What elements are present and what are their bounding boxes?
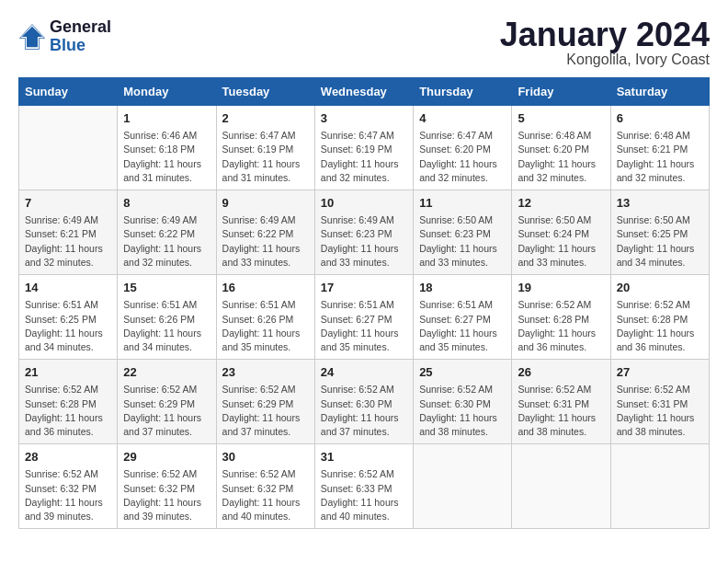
day-info: Sunrise: 6:52 AMSunset: 6:28 PMDaylight:… <box>25 383 111 439</box>
day-cell: 24Sunrise: 6:52 AMSunset: 6:30 PMDayligh… <box>314 360 413 444</box>
day-cell: 14Sunrise: 6:51 AMSunset: 6:25 PMDayligh… <box>19 275 118 360</box>
day-number: 6 <box>617 110 703 127</box>
day-cell: 13Sunrise: 6:50 AMSunset: 6:25 PMDayligh… <box>610 190 709 275</box>
day-number: 25 <box>419 364 506 381</box>
day-cell: 8Sunrise: 6:49 AMSunset: 6:22 PMDaylight… <box>118 190 216 275</box>
day-info: Sunrise: 6:50 AMSunset: 6:24 PMDaylight:… <box>518 213 604 270</box>
day-cell <box>512 444 610 529</box>
day-cell: 30Sunrise: 6:52 AMSunset: 6:32 PMDayligh… <box>216 444 314 529</box>
logo-icon <box>18 23 46 51</box>
day-number: 7 <box>25 195 111 212</box>
day-cell: 28Sunrise: 6:52 AMSunset: 6:32 PMDayligh… <box>19 444 118 529</box>
day-info: Sunrise: 6:47 AMSunset: 6:19 PMDaylight:… <box>321 129 407 185</box>
day-info: Sunrise: 6:48 AMSunset: 6:20 PMDaylight:… <box>518 129 604 185</box>
day-number: 21 <box>25 364 111 381</box>
day-number: 4 <box>419 110 506 127</box>
day-cell: 1Sunrise: 6:46 AMSunset: 6:18 PMDaylight… <box>118 106 216 190</box>
day-number: 11 <box>419 195 506 212</box>
day-number: 2 <box>222 110 309 127</box>
day-number: 24 <box>321 364 407 381</box>
day-number: 28 <box>25 449 111 465</box>
day-info: Sunrise: 6:50 AMSunset: 6:25 PMDaylight:… <box>617 213 703 270</box>
logo-text: General Blue <box>50 18 111 55</box>
day-number: 10 <box>321 195 407 212</box>
day-number: 1 <box>123 110 210 127</box>
day-cell <box>610 444 709 529</box>
day-cell: 2Sunrise: 6:47 AMSunset: 6:19 PMDaylight… <box>216 106 314 190</box>
header-cell-thursday: Thursday <box>414 78 512 106</box>
day-cell: 19Sunrise: 6:52 AMSunset: 6:28 PMDayligh… <box>512 275 610 360</box>
day-number: 18 <box>419 280 506 296</box>
day-number: 20 <box>617 280 703 296</box>
day-info: Sunrise: 6:49 AMSunset: 6:23 PMDaylight:… <box>321 213 407 270</box>
day-cell: 10Sunrise: 6:49 AMSunset: 6:23 PMDayligh… <box>314 190 413 275</box>
day-number: 8 <box>123 195 210 212</box>
day-info: Sunrise: 6:50 AMSunset: 6:23 PMDaylight:… <box>419 213 506 270</box>
header-cell-monday: Monday <box>118 78 216 106</box>
day-info: Sunrise: 6:49 AMSunset: 6:21 PMDaylight:… <box>25 213 111 270</box>
day-info: Sunrise: 6:52 AMSunset: 6:31 PMDaylight:… <box>518 383 604 439</box>
day-cell: 6Sunrise: 6:48 AMSunset: 6:21 PMDaylight… <box>610 106 709 190</box>
day-cell: 11Sunrise: 6:50 AMSunset: 6:23 PMDayligh… <box>414 190 512 275</box>
day-info: Sunrise: 6:51 AMSunset: 6:26 PMDaylight:… <box>222 298 309 354</box>
logo-line2: Blue <box>50 37 111 55</box>
day-info: Sunrise: 6:48 AMSunset: 6:21 PMDaylight:… <box>617 129 703 185</box>
day-cell <box>19 106 118 190</box>
day-info: Sunrise: 6:52 AMSunset: 6:32 PMDaylight:… <box>222 467 309 523</box>
day-number: 22 <box>123 364 210 381</box>
calendar-body: 1Sunrise: 6:46 AMSunset: 6:18 PMDaylight… <box>19 106 710 529</box>
day-info: Sunrise: 6:52 AMSunset: 6:32 PMDaylight:… <box>25 467 111 523</box>
day-number: 15 <box>123 280 210 296</box>
day-info: Sunrise: 6:52 AMSunset: 6:29 PMDaylight:… <box>123 383 210 439</box>
day-cell: 16Sunrise: 6:51 AMSunset: 6:26 PMDayligh… <box>216 275 314 360</box>
day-cell: 12Sunrise: 6:50 AMSunset: 6:24 PMDayligh… <box>512 190 610 275</box>
day-number: 23 <box>222 364 309 381</box>
day-info: Sunrise: 6:49 AMSunset: 6:22 PMDaylight:… <box>123 213 210 270</box>
day-cell: 23Sunrise: 6:52 AMSunset: 6:29 PMDayligh… <box>216 360 314 444</box>
day-cell: 31Sunrise: 6:52 AMSunset: 6:33 PMDayligh… <box>314 444 413 529</box>
day-info: Sunrise: 6:47 AMSunset: 6:20 PMDaylight:… <box>419 129 506 185</box>
day-cell: 22Sunrise: 6:52 AMSunset: 6:29 PMDayligh… <box>118 360 216 444</box>
logo-line1: General <box>50 18 111 37</box>
day-cell: 3Sunrise: 6:47 AMSunset: 6:19 PMDaylight… <box>314 106 413 190</box>
day-number: 19 <box>518 280 604 296</box>
day-info: Sunrise: 6:52 AMSunset: 6:28 PMDaylight:… <box>518 298 604 354</box>
day-number: 3 <box>321 110 407 127</box>
day-cell: 15Sunrise: 6:51 AMSunset: 6:26 PMDayligh… <box>118 275 216 360</box>
page-header: General Blue January 2024 Kongolila, Ivo… <box>18 18 710 68</box>
day-number: 29 <box>123 449 210 465</box>
day-info: Sunrise: 6:52 AMSunset: 6:33 PMDaylight:… <box>321 467 407 523</box>
week-row-5: 28Sunrise: 6:52 AMSunset: 6:32 PMDayligh… <box>19 444 710 529</box>
day-number: 31 <box>321 449 407 465</box>
week-row-3: 14Sunrise: 6:51 AMSunset: 6:25 PMDayligh… <box>19 275 710 360</box>
day-info: Sunrise: 6:46 AMSunset: 6:18 PMDaylight:… <box>123 129 210 185</box>
day-cell: 26Sunrise: 6:52 AMSunset: 6:31 PMDayligh… <box>512 360 610 444</box>
calendar-header: SundayMondayTuesdayWednesdayThursdayFrid… <box>19 78 710 106</box>
day-cell: 29Sunrise: 6:52 AMSunset: 6:32 PMDayligh… <box>118 444 216 529</box>
header-cell-saturday: Saturday <box>610 78 709 106</box>
day-info: Sunrise: 6:49 AMSunset: 6:22 PMDaylight:… <box>222 213 309 270</box>
day-cell: 9Sunrise: 6:49 AMSunset: 6:22 PMDaylight… <box>216 190 314 275</box>
day-info: Sunrise: 6:52 AMSunset: 6:30 PMDaylight:… <box>321 383 407 439</box>
day-cell: 4Sunrise: 6:47 AMSunset: 6:20 PMDaylight… <box>414 106 512 190</box>
logo: General Blue <box>18 18 111 55</box>
calendar-subtitle: Kongolila, Ivory Coast <box>500 52 710 68</box>
day-info: Sunrise: 6:51 AMSunset: 6:27 PMDaylight:… <box>419 298 506 354</box>
day-cell: 5Sunrise: 6:48 AMSunset: 6:20 PMDaylight… <box>512 106 610 190</box>
calendar-title: January 2024 <box>500 18 710 52</box>
day-info: Sunrise: 6:47 AMSunset: 6:19 PMDaylight:… <box>222 129 309 185</box>
day-cell: 18Sunrise: 6:51 AMSunset: 6:27 PMDayligh… <box>414 275 512 360</box>
day-number: 16 <box>222 280 309 296</box>
day-number: 5 <box>518 110 604 127</box>
day-cell: 20Sunrise: 6:52 AMSunset: 6:28 PMDayligh… <box>610 275 709 360</box>
week-row-2: 7Sunrise: 6:49 AMSunset: 6:21 PMDaylight… <box>19 190 710 275</box>
day-cell <box>414 444 512 529</box>
calendar-table: SundayMondayTuesdayWednesdayThursdayFrid… <box>18 77 710 529</box>
header-row: SundayMondayTuesdayWednesdayThursdayFrid… <box>19 78 710 106</box>
day-number: 27 <box>617 364 703 381</box>
header-cell-sunday: Sunday <box>19 78 118 106</box>
day-number: 26 <box>518 364 604 381</box>
day-info: Sunrise: 6:51 AMSunset: 6:26 PMDaylight:… <box>123 298 210 354</box>
day-info: Sunrise: 6:52 AMSunset: 6:28 PMDaylight:… <box>617 298 703 354</box>
day-info: Sunrise: 6:52 AMSunset: 6:30 PMDaylight:… <box>419 383 506 439</box>
